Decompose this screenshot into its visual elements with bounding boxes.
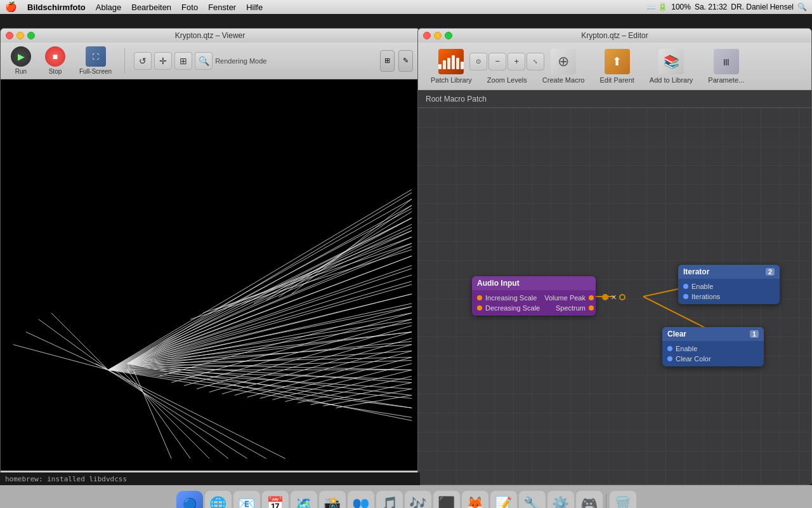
merge-node: ✕ xyxy=(602,291,634,304)
menu-hilfe[interactable]: Hilfe xyxy=(241,2,268,13)
dock-app3[interactable]: 🎮 xyxy=(576,491,603,509)
edit-parent-button[interactable]: ⬆ Edit Parent xyxy=(594,46,639,86)
menu-foto[interactable]: Foto xyxy=(176,2,203,13)
zoom-in-btn[interactable]: + xyxy=(508,53,525,70)
iterator-enable-port: Enable xyxy=(683,281,775,291)
dock-maps[interactable]: 🗺️ xyxy=(291,491,317,509)
menu-fenster[interactable]: Fenster xyxy=(203,2,241,13)
stop-label: Stop xyxy=(49,68,62,75)
editor-canvas[interactable]: Audio Input Increasing Scale Volume Peak… xyxy=(418,108,811,485)
zoom-btn[interactable]: 🔍 xyxy=(195,52,213,70)
dock-trash[interactable]: 🗑️ xyxy=(610,491,636,509)
dock-terminal[interactable]: ⬛ xyxy=(433,491,460,509)
merge-dot-1 xyxy=(602,294,608,300)
dock-app1[interactable]: 🔧 xyxy=(519,491,546,509)
create-macro-button[interactable]: ⊕ Create Macro xyxy=(537,46,590,86)
rendering-mode-group: ↺ ✛ ⊞ 🔍 Rendering Mode xyxy=(134,52,266,70)
zoom-out-btn[interactable]: − xyxy=(488,53,506,70)
bar-6 xyxy=(461,62,464,69)
svg-line-73 xyxy=(102,367,266,459)
dock-app2[interactable]: ⚙️ xyxy=(547,491,574,509)
fullscreen-button[interactable]: ⛶ Full-Screen xyxy=(75,44,115,77)
port-dot-spectrum-out xyxy=(589,305,594,311)
layers-btn[interactable]: ⊞ xyxy=(174,52,192,70)
menubar-search-icon[interactable]: 🔍 xyxy=(797,3,807,11)
clear-badge: 1 xyxy=(750,330,759,338)
viewer-toolbar: ▶ Run ■ Stop ⛶ Full-Screen ↺ ✛ ⊞ 🔍 Rende… xyxy=(1,43,419,79)
patch-library-icon xyxy=(438,49,464,74)
edit-parent-icon-container: ⬆ xyxy=(605,49,630,74)
terminal-bar: homebrew: installed libdvdcss xyxy=(0,472,420,485)
zoom-levels-button[interactable]: ⊙ − + ⤡ Zoom Levels xyxy=(482,46,532,86)
editor-close-btn[interactable] xyxy=(423,32,431,39)
menu-ablage[interactable]: Ablage xyxy=(91,2,126,13)
svg-line-28 xyxy=(13,345,108,370)
viewer-close-btn[interactable] xyxy=(6,32,13,39)
audio-input-node[interactable]: Audio Input Increasing Scale Volume Peak… xyxy=(472,276,596,316)
plus-btn[interactable]: ✛ xyxy=(154,52,172,70)
fullscreen-icon: ⛶ xyxy=(86,46,106,67)
dock-contacts[interactable]: 👥 xyxy=(348,491,374,509)
create-macro-label: Create Macro xyxy=(542,76,585,84)
merge-dot-2 xyxy=(619,294,625,300)
iterator-node[interactable]: Iterator 2 Enable Iterations xyxy=(678,265,780,304)
viewer-min-btn[interactable] xyxy=(16,32,24,39)
dock-calendar[interactable]: 📅 xyxy=(262,491,289,509)
viewer-window-controls[interactable] xyxy=(6,32,35,39)
dock-finder[interactable]: 🔵 xyxy=(176,491,203,509)
create-macro-icon-container: ⊕ xyxy=(551,49,576,74)
patch-library-icon-container xyxy=(438,49,464,74)
patch-library-label: Patch Library xyxy=(431,76,472,84)
menu-bearbeiten[interactable]: Bearbeiten xyxy=(126,2,176,13)
editor-max-btn[interactable] xyxy=(445,32,452,39)
viewer-window: Krypton.qtz – Viewer ▶ Run ■ Stop ⛶ Full… xyxy=(0,28,420,485)
svg-line-35 xyxy=(127,269,412,364)
add-to-library-icon-container: 📚 xyxy=(658,49,684,74)
svg-line-26 xyxy=(39,319,108,370)
audio-increasing-scale-port: Increasing Scale Volume Peak xyxy=(477,293,591,303)
dock-photos[interactable]: 📸 xyxy=(319,491,346,509)
iterator-badge: 2 xyxy=(766,268,775,276)
patch-library-bars xyxy=(438,54,464,69)
add-to-library-button[interactable]: 📚 Add to Library xyxy=(645,46,698,86)
svg-line-51 xyxy=(197,326,412,389)
dock-safari2[interactable]: 🦊 xyxy=(462,491,488,509)
audio-input-header: Audio Input xyxy=(472,276,596,290)
menubar-battery: 100% xyxy=(671,3,691,11)
visualization-svg xyxy=(1,79,419,471)
apple-menu[interactable]: 🍎 xyxy=(5,1,17,13)
dock-notes[interactable]: 📝 xyxy=(490,491,517,509)
svg-line-67 xyxy=(241,224,412,305)
edit-btn[interactable]: ✎ xyxy=(398,50,413,72)
clear-node[interactable]: Clear 1 Enable Clear Color xyxy=(662,327,764,366)
dock: 🔵 🌐 📧 📅 🗺️ 📸 👥 🎵 🎶 ⬛ 🦊 📝 🔧 ⚙️ 🎮 🗑️ xyxy=(0,485,812,508)
clear-color-dot xyxy=(667,356,672,361)
viewer-max-btn[interactable] xyxy=(27,32,35,39)
port-dot-volume-peak-out xyxy=(589,295,594,300)
menu-bildschirmfoto[interactable]: Bildschirmfoto xyxy=(22,2,91,13)
editor-window-controls[interactable] xyxy=(423,32,452,39)
svg-line-64 xyxy=(203,243,412,313)
input-params-btn[interactable]: ⊞ xyxy=(380,50,395,72)
dock-itunes[interactable]: 🎶 xyxy=(405,491,431,509)
zoom-levels-icon: ⊙ − + ⤡ xyxy=(494,49,520,74)
iterator-iterations-label: Iterations xyxy=(691,293,720,300)
run-button[interactable]: ▶ Run xyxy=(7,44,35,77)
dock-music[interactable]: 🎵 xyxy=(376,491,403,509)
zoom-fit-btn[interactable]: ⤡ xyxy=(527,53,544,70)
editor-breadcrumb: Root Macro Patch xyxy=(418,90,811,108)
zoom-levels-label: Zoom Levels xyxy=(487,76,527,84)
zoom-actual-btn[interactable]: ⊙ xyxy=(469,53,487,70)
edit-parent-label: Edit Parent xyxy=(599,76,634,84)
toolbar-separator-1 xyxy=(124,48,125,74)
dock-mail[interactable]: 📧 xyxy=(233,491,260,509)
dock-safari[interactable]: 🌐 xyxy=(205,491,232,509)
edit-parent-icon: ⬆ xyxy=(605,49,630,74)
parameters-button[interactable]: ||| Paramete... xyxy=(703,46,749,86)
rotate-btn[interactable]: ↺ xyxy=(134,52,152,70)
add-to-library-label: Add to Library xyxy=(650,76,693,84)
stop-button[interactable]: ■ Stop xyxy=(41,44,69,77)
svg-line-25 xyxy=(51,313,108,370)
editor-min-btn[interactable] xyxy=(434,32,442,39)
run-label: Run xyxy=(15,68,27,75)
